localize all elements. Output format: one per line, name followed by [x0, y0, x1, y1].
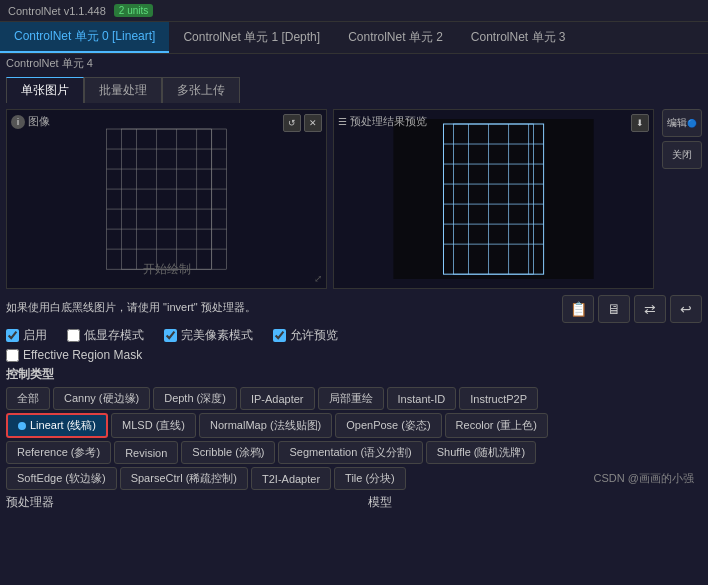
preprocessor-model-row: 预处理器 模型 [6, 494, 702, 511]
svg-rect-1 [121, 129, 211, 269]
clipboard-btn[interactable]: 📋 [562, 295, 594, 323]
swap-btn[interactable]: ⇄ [634, 295, 666, 323]
preprocessor-label: 预处理器 [6, 494, 54, 511]
ctrl-reference[interactable]: Reference (参考) [6, 441, 111, 464]
return-btn[interactable]: ↩ [670, 295, 702, 323]
inner-tab-batch[interactable]: 批量处理 [84, 77, 162, 103]
checkboxes-row1: 启用 低显存模式 完美像素模式 允许预览 [6, 327, 702, 344]
ctrl-canny[interactable]: Canny (硬边缘) [53, 387, 150, 410]
top-bar: ControlNet v1.1.448 2 units [0, 0, 708, 22]
ctrl-shuffle[interactable]: Shuffle (随机洗牌) [426, 441, 536, 464]
main-tab-2[interactable]: ControlNet 单元 2 [334, 23, 457, 52]
info-icon: i [11, 115, 25, 129]
ctrl-instant-id[interactable]: Instant-ID [387, 387, 457, 410]
inner-tabs: 单张图片 批量处理 多张上传 [0, 73, 708, 103]
units-badge: 2 units [114, 4, 153, 17]
ctrl-tile[interactable]: Tile (分块) [334, 467, 406, 490]
enable-checkbox[interactable]: 启用 [6, 327, 47, 344]
edit-btn[interactable]: 编辑 🔵 [662, 109, 702, 137]
effective-region-checkbox[interactable]: Effective Region Mask [6, 348, 142, 362]
ctrl-sparsectrl[interactable]: SparseCtrl (稀疏控制) [120, 467, 248, 490]
ctrl-inpaint[interactable]: 局部重绘 [318, 387, 384, 410]
ctrl-scribble[interactable]: Scribble (涂鸦) [181, 441, 275, 464]
invert-toolbar-row: 如果使用白底黑线图片，请使用 "invert" 预处理器。 📋 🖥 ⇄ ↩ [6, 295, 702, 323]
left-panel-center-text: 开始绘制 [143, 261, 191, 278]
ctrl-all[interactable]: 全部 [6, 387, 50, 410]
sub-tab-row: ControlNet 单元 4 [0, 54, 708, 73]
close-btn[interactable]: ✕ [304, 114, 322, 132]
perfect-pixel-checkbox[interactable]: 完美像素模式 [164, 327, 253, 344]
model-label: 模型 [368, 494, 392, 511]
main-tab-1[interactable]: ControlNet 单元 1 [Depth] [169, 23, 334, 52]
ctrl-mlsd[interactable]: MLSD (直线) [111, 413, 196, 438]
ctrl-softedge[interactable]: SoftEdge (软边缘) [6, 467, 117, 490]
right-building-svg [350, 119, 637, 279]
download-btn[interactable]: ⬇ [631, 114, 649, 132]
control-row-3: Reference (参考) Revision Scribble (涂鸦) Se… [6, 441, 702, 464]
ctrl-recolor[interactable]: Recolor (重上色) [445, 413, 548, 438]
left-image-panel[interactable]: i 图像 ↺ ✕ [6, 109, 327, 289]
refresh-btn[interactable]: ↺ [283, 114, 301, 132]
control-row-1: 全部 Canny (硬边缘) Depth (深度) IP-Adapter 局部重… [6, 387, 702, 410]
lineart-radio-dot [18, 422, 26, 430]
svg-rect-0 [106, 129, 226, 269]
checkboxes-row2: Effective Region Mask [6, 348, 702, 362]
app-title: ControlNet v1.1.448 [8, 5, 106, 17]
ctrl-depth[interactable]: Depth (深度) [153, 387, 237, 410]
ctrl-segmentation[interactable]: Segmentation (语义分割) [278, 441, 422, 464]
allow-preview-checkbox[interactable]: 允许预览 [273, 327, 338, 344]
screen-btn[interactable]: 🖥 [598, 295, 630, 323]
toolbar-row: 📋 🖥 ⇄ ↩ [562, 295, 702, 323]
svg-rect-13 [393, 119, 593, 279]
ctrl-t2i[interactable]: T2I-Adapter [251, 467, 331, 490]
lowvram-checkbox[interactable]: 低显存模式 [67, 327, 144, 344]
main-tab-3[interactable]: ControlNet 单元 3 [457, 23, 580, 52]
main-tab-0[interactable]: ControlNet 单元 0 [Lineart] [0, 22, 169, 53]
main-tabs-row: ControlNet 单元 0 [Lineart] ControlNet 单元 … [0, 22, 708, 54]
ctrl-ip-adapter[interactable]: IP-Adapter [240, 387, 315, 410]
ctrl-normalmap[interactable]: NormalMap (法线贴图) [199, 413, 332, 438]
left-panel-btns: ↺ ✕ [283, 114, 322, 132]
sub-tab-label: ControlNet 单元 4 [6, 57, 93, 69]
left-panel-label: i 图像 [11, 114, 50, 129]
left-building-svg [23, 119, 310, 279]
inner-tab-single[interactable]: 单张图片 [6, 77, 84, 103]
ctrl-openpose[interactable]: OpenPose (姿态) [335, 413, 441, 438]
ctrl-instructp2p[interactable]: InstructP2P [459, 387, 538, 410]
control-row-2: Lineart (线稿) MLSD (直线) NormalMap (法线贴图) … [6, 413, 702, 438]
ctrl-lineart[interactable]: Lineart (线稿) [6, 413, 108, 438]
content-area: i 图像 ↺ ✕ [0, 103, 708, 517]
control-row-4: SoftEdge (软边缘) SparseCtrl (稀疏控制) T2I-Ada… [6, 467, 702, 490]
left-panel-corner: ⤢ [314, 273, 322, 284]
inner-tab-multi[interactable]: 多张上传 [162, 77, 240, 103]
right-image-panel[interactable]: ☰ 预处理结果预览 ⬇ [333, 109, 654, 289]
side-buttons: 编辑 🔵 关闭 [662, 109, 702, 289]
right-panel-btns: ⬇ [631, 114, 649, 132]
panels-main: i 图像 ↺ ✕ [6, 109, 654, 289]
close-side-btn[interactable]: 关闭 [662, 141, 702, 169]
control-type-label: 控制类型 [6, 366, 702, 383]
csdn-watermark: CSDN @画画的小强 [594, 471, 702, 490]
ctrl-revision[interactable]: Revision [114, 441, 178, 464]
invert-note: 如果使用白底黑线图片，请使用 "invert" 预处理器。 [6, 296, 256, 319]
right-panel-label: ☰ 预处理结果预览 [338, 114, 427, 129]
panels-with-side: i 图像 ↺ ✕ [6, 109, 702, 289]
